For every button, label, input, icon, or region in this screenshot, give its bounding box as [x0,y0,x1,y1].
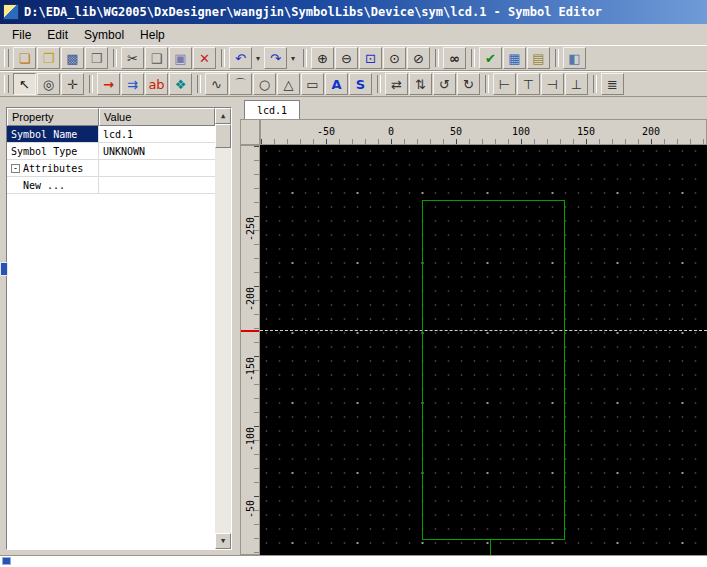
paste-icon: ▣ [174,52,186,65]
hruler-label: 200 [642,126,660,137]
undo-button[interactable]: ↶ [229,47,252,69]
pin-name-icon: ab [148,78,164,91]
grid-toggle-button[interactable]: ▦ [503,47,526,69]
paste-button[interactable]: ▣ [169,47,192,69]
scrollbar-track[interactable] [215,124,231,533]
rotate-right-button[interactable]: ↻ [457,73,480,95]
zoom-window-button[interactable]: ⊡ [359,47,382,69]
property-panel-scrollbar[interactable]: ▲ ▼ [215,108,231,549]
pin-attributes-button[interactable]: ❖ [169,73,192,95]
options-dialog-button[interactable]: ◧ [563,47,586,69]
add-pin-array-button[interactable]: ⇉ [121,73,144,95]
pin-attributes-icon: ❖ [175,78,187,91]
property-row[interactable]: Symbol Namelcd.1 [7,126,215,143]
zoom-tool-button[interactable]: ◎ [37,73,60,95]
vertical-ruler: -250-200-150-100-50 [240,145,260,555]
toolbar-grip[interactable] [4,49,9,67]
align-left-button[interactable]: ⊢ [493,73,516,95]
property-row[interactable]: Symbol TypeUNKNOWN [7,143,215,160]
cut-button[interactable]: ✂ [121,47,144,69]
property-name-cell[interactable]: New ... [7,177,99,193]
docked-window-icon[interactable] [0,262,8,276]
align-top-button[interactable]: ⊤ [517,73,540,95]
zoom-out-button[interactable]: ⊖ [335,47,358,69]
signal-tool-button[interactable]: S [349,73,372,95]
pan-tool-button[interactable]: ✛ [61,73,84,95]
flip-horizontal-button[interactable]: ⇄ [385,73,408,95]
options-dialog-icon: ◧ [568,52,580,65]
scroll-down-button[interactable]: ▼ [215,533,231,549]
document-tab-strip: lcd.1 [240,99,707,119]
canvas[interactable] [260,145,707,555]
spline-tool-button[interactable]: ∿ [205,73,228,95]
redo-button[interactable]: ↷ [264,47,287,69]
align-right-button[interactable]: ⊣ [541,73,564,95]
new-symbol-button[interactable]: ❏ [13,47,36,69]
flip-vertical-icon: ⇅ [415,78,426,91]
circle-tool-button[interactable]: ○ [253,73,276,95]
property-value-cell[interactable]: UNKNOWN [99,143,215,159]
find-button[interactable]: ∞ [443,47,466,69]
property-value-cell[interactable] [99,177,215,193]
align-bottom-icon: ⊥ [571,78,582,91]
copy-icon: ❑ [151,52,163,65]
property-panel: Property Value Symbol Namelcd.1Symbol Ty… [6,107,232,550]
select-tool-button[interactable]: ↖ [13,73,36,95]
property-name-cell[interactable]: Symbol Name [7,126,99,142]
zoom-full-button[interactable]: ⊙ [383,47,406,69]
align-right-icon: ⊣ [547,78,558,91]
undo-dropdown[interactable]: ▾ [253,47,263,69]
polygon-tool-button[interactable]: △ [277,73,300,95]
property-row[interactable]: -Attributes [7,160,215,177]
menu-file[interactable]: File [4,26,39,44]
open-button[interactable]: ❐ [37,47,60,69]
print-button[interactable]: ❒ [85,47,108,69]
redo-dropdown[interactable]: ▾ [288,47,298,69]
menu-symbol[interactable]: Symbol [76,26,132,44]
document-tab[interactable]: lcd.1 [244,100,300,120]
scroll-up-button[interactable]: ▲ [215,108,231,124]
find-icon: ∞ [449,52,460,65]
distribute-button[interactable]: ≣ [601,73,624,95]
zoom-window-icon: ⊡ [365,52,376,65]
property-name-cell[interactable]: -Attributes [7,160,99,176]
rotate-left-button[interactable]: ↺ [433,73,456,95]
copy-button[interactable]: ❑ [145,47,168,69]
property-column-header[interactable]: Property [7,108,99,126]
signal-tool-icon: S [356,78,365,91]
rectangle-tool-button[interactable]: ▭ [301,73,324,95]
symbol-body-rectangle[interactable] [422,200,565,540]
menu-edit[interactable]: Edit [39,26,76,44]
toolbar-separator [593,75,597,93]
add-pin-button[interactable]: → [97,73,120,95]
zoom-previous-button[interactable]: ⊘ [407,47,430,69]
attribute-editor-button[interactable]: ▤ [527,47,550,69]
align-bottom-button[interactable]: ⊥ [565,73,588,95]
scrollbar-thumb[interactable] [215,124,231,148]
zoom-in-button[interactable]: ⊕ [311,47,334,69]
symbol-pin-stub[interactable] [490,540,491,555]
pin-name-button[interactable]: ab [145,73,168,95]
collapse-box[interactable]: - [11,164,20,173]
text-tool-button[interactable]: A [325,73,348,95]
vruler-ticks [254,146,259,554]
check-symbol-button[interactable]: ✔ [479,47,502,69]
toolbar-grip[interactable] [4,75,9,93]
property-name-cell[interactable]: Symbol Type [7,143,99,159]
value-column-header[interactable]: Value [99,108,215,126]
menu-help[interactable]: Help [132,26,173,44]
save-button[interactable]: ▩ [61,47,84,69]
flip-vertical-button[interactable]: ⇅ [409,73,432,95]
arc-tool-button[interactable]: ⌒ [229,73,252,95]
property-value-cell[interactable]: lcd.1 [99,126,215,142]
property-row[interactable]: New ... [7,177,215,194]
new-symbol-icon: ❏ [19,52,31,65]
rectangle-tool-icon: ▭ [306,78,318,91]
redo-icon: ↷ [270,52,281,65]
toolbar-draw-buttons: ↖◎✛→⇉ab❖∿⌒○△▭AS⇄⇅↺↻⊢⊤⊣⊥≣ [13,73,625,95]
ruler-corner [240,119,260,145]
print-icon: ❒ [91,52,103,65]
delete-button[interactable]: ✕ [193,47,216,69]
title-bar[interactable]: D:\EDA_lib\WG2005\DxDesigner\wangjin\Sym… [0,0,707,24]
property-value-cell[interactable] [99,160,215,176]
